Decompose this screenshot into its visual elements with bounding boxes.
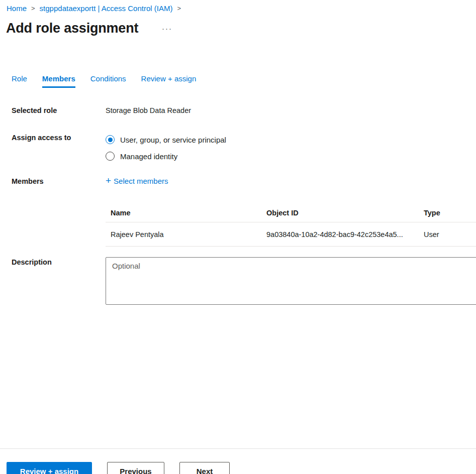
radio-option-label: Managed identity bbox=[120, 152, 177, 161]
assign-access-to-radio-group: User, group, or service principal Manage… bbox=[106, 135, 226, 168]
radio-option-label: User, group, or service principal bbox=[120, 136, 226, 144]
radio-option-managed-identity[interactable]: Managed identity bbox=[106, 151, 226, 161]
tab-review-assign[interactable]: Review + assign bbox=[141, 74, 197, 88]
tab-members[interactable]: Members bbox=[42, 74, 75, 88]
assign-access-to-label: Assign access to bbox=[12, 134, 71, 142]
previous-button[interactable]: Previous bbox=[107, 462, 164, 474]
members-label: Members bbox=[12, 177, 44, 185]
add-role-assignment-page: Home > stgppdataexportt | Access Control… bbox=[0, 0, 476, 474]
radio-unselected-icon bbox=[106, 152, 115, 161]
selected-role-value: Storage Blob Data Reader bbox=[106, 106, 191, 114]
radio-selected-icon bbox=[106, 135, 115, 144]
member-object-id-cell: 9a03840a-10a2-4d82-bac9-42c253e4a5... bbox=[266, 230, 403, 239]
radio-option-user-group-service-principal[interactable]: User, group, or service principal bbox=[106, 135, 226, 145]
breadcrumb-link-home[interactable]: Home bbox=[7, 4, 27, 13]
tab-bar: Role Members Conditions Review + assign bbox=[12, 74, 211, 88]
select-members-label: Select members bbox=[114, 177, 168, 185]
next-button[interactable]: Next bbox=[179, 462, 230, 474]
members-table: Name Object ID Type Rajeev Pentyala 9a03… bbox=[106, 203, 476, 247]
footer-divider bbox=[0, 448, 476, 449]
chevron-right-icon: > bbox=[172, 5, 185, 12]
breadcrumb: Home > stgppdataexportt | Access Control… bbox=[7, 4, 185, 13]
plus-icon: + bbox=[106, 176, 111, 185]
selected-role-label: Selected role bbox=[12, 106, 57, 114]
column-header-object-id: Object ID bbox=[266, 209, 299, 217]
column-header-type: Type bbox=[424, 209, 440, 217]
page-title: Add role assignment bbox=[6, 21, 138, 36]
member-type-cell: User bbox=[424, 230, 439, 239]
column-header-name: Name bbox=[111, 209, 131, 217]
chevron-right-icon: > bbox=[27, 5, 40, 12]
tab-role[interactable]: Role bbox=[12, 74, 27, 88]
description-label: Description bbox=[12, 258, 52, 266]
tab-conditions[interactable]: Conditions bbox=[90, 74, 126, 88]
review-assign-button[interactable]: Review + assign bbox=[7, 462, 92, 474]
member-name-cell: Rajeev Pentyala bbox=[111, 230, 164, 239]
table-header-row: Name Object ID Type bbox=[106, 203, 476, 222]
select-members-link[interactable]: + Select members bbox=[106, 176, 168, 186]
table-row: Rajeev Pentyala 9a03840a-10a2-4d82-bac9-… bbox=[106, 222, 476, 247]
description-textarea[interactable] bbox=[106, 257, 476, 305]
more-options-icon[interactable]: ··· bbox=[162, 24, 172, 33]
breadcrumb-link-resource-iam[interactable]: stgppdataexportt | Access Control (IAM) bbox=[40, 4, 173, 13]
